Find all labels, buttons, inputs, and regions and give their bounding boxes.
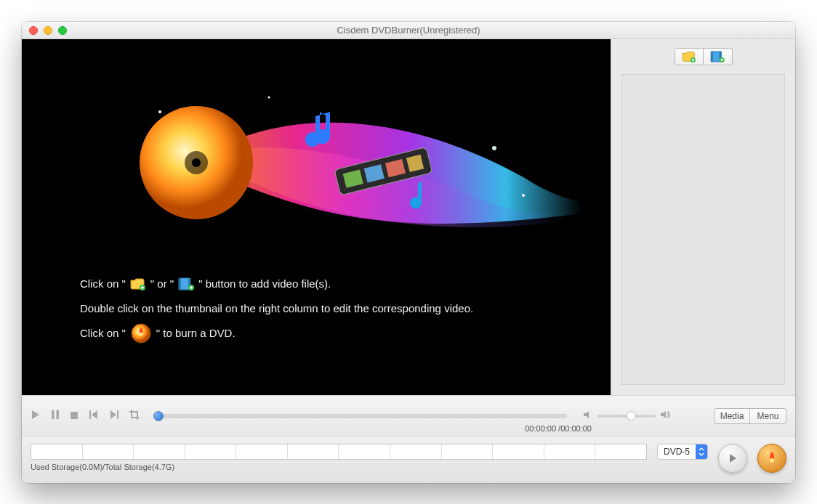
folder-add-icon [130,277,146,290]
window-close-button[interactable] [29,26,38,35]
instruction-text: " button to add video file(s). [198,272,331,296]
storage-meter [31,444,647,460]
stop-button[interactable] [70,410,79,423]
prev-button[interactable] [89,410,99,423]
svg-rect-24 [52,410,55,419]
titlebar: Cisdem DVDBurner(Unregistered) [22,22,795,39]
svg-point-29 [770,458,774,463]
tab-menu[interactable]: Menu [750,408,786,424]
svg-point-5 [492,146,496,150]
volume-slider[interactable] [597,415,656,418]
window-maximize-button[interactable] [58,26,67,35]
time-current: 00:00:00 [525,424,556,433]
svg-point-3 [158,110,161,113]
next-button[interactable] [109,410,119,423]
svg-point-18 [140,333,142,336]
sidebar [611,39,795,395]
add-video-button[interactable] [704,48,733,65]
crop-button[interactable] [129,410,140,423]
svg-rect-25 [57,410,60,419]
burn-icon [130,322,152,344]
window-title: Cisdem DVDBurner(Unregistered) [337,25,480,36]
chevron-updown-icon [696,444,707,460]
volume-high-icon [660,410,672,422]
progress-knob[interactable] [153,411,164,421]
window-minimize-button[interactable] [44,26,52,35]
burn-button[interactable] [757,444,786,473]
preview-area: Click on " " or " [22,39,611,395]
instruction-text: " or " [150,272,174,296]
hero-illustration [116,68,581,243]
video-add-icon [178,277,194,290]
instruction-text: Double click on the thumbnail on the rig… [80,296,473,321]
instruction-text: Click on " [80,272,126,296]
volume-low-icon [583,410,593,422]
storage-label: Used Storage(0.0M)/Total Storage(4.7G) [31,463,647,471]
svg-point-2 [192,158,201,167]
tab-media[interactable]: Media [714,408,750,424]
app-window: Cisdem DVDBurner(Unregistered) [22,22,795,483]
volume-knob[interactable] [627,411,636,420]
svg-point-4 [268,97,270,99]
play-button[interactable] [31,410,41,423]
svg-rect-27 [89,410,91,419]
preview-play-button[interactable] [718,444,747,473]
disc-type-select[interactable]: DVD-5 [657,444,708,460]
instructions: Click on " " or " [80,272,473,346]
instruction-text: Click on " [80,321,126,346]
add-folder-button[interactable] [675,48,704,65]
svg-rect-28 [117,410,118,419]
svg-point-6 [522,194,525,197]
svg-rect-26 [71,412,78,419]
progress-slider[interactable] [156,414,567,418]
svg-rect-14 [179,278,181,290]
disc-type-value: DVD-5 [664,447,690,457]
instruction-text: " to burn a DVD. [156,321,236,346]
thumbnail-list[interactable] [621,74,785,385]
time-total: 00:00:00 [560,424,592,433]
pause-button[interactable] [51,410,60,423]
svg-rect-21 [711,52,713,62]
